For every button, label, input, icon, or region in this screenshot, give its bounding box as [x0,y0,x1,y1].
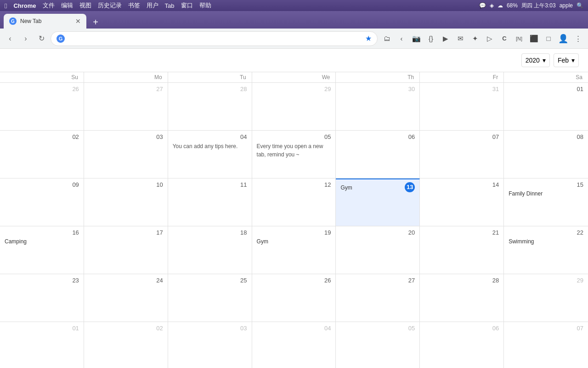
cell-date-1-6: 08 [509,133,583,140]
calendar-week-3: 16Camping171819Gym202122Swimming [0,226,588,274]
calendar-cell-1-1[interactable]: 03 [84,131,168,178]
extension-icon-white[interactable]: □ [542,32,555,45]
year-dropdown-icon: ▾ [543,57,546,64]
day-header-su: Su [0,72,84,82]
calendar-cell-4-5[interactable]: 28 [420,274,504,322]
cell-date-3-2: 18 [173,229,247,236]
extension-icon-10[interactable]: ⬛ [527,32,540,45]
calendar-cell-5-2[interactable]: 03 [168,322,252,368]
dropbox-icon: ◈ [490,2,494,9]
history-menu-item[interactable]: 历史记录 [98,1,122,10]
calendar-cell-1-6[interactable]: 08 [504,131,588,178]
calendar-cell-1-5[interactable]: 07 [420,131,504,178]
calendar-cell-5-6[interactable]: 07 [504,322,588,368]
extension-icon-8[interactable]: ▷ [483,32,496,45]
forward-button[interactable]: › [19,32,32,45]
calendar-cell-1-0[interactable]: 02 [0,131,84,178]
calendar-cell-5-4[interactable]: 05 [336,322,420,368]
address-bar[interactable]: G ★ [51,31,378,46]
cell-date-3-5: 21 [424,229,499,236]
calendar-cell-3-0[interactable]: 16Camping [0,226,84,274]
user-menu-item[interactable]: 用户 [147,1,158,10]
cell-date-0-6: 01 [509,86,583,92]
calendar-cell-0-2[interactable]: 28 [168,83,252,130]
calendar-cell-4-2[interactable]: 25 [168,274,252,322]
active-tab[interactable]: G New Tab ✕ [4,14,86,29]
calendar-cell-2-2[interactable]: 11 [168,178,252,226]
calendar-cell-0-6[interactable]: 01 [504,83,588,130]
calendar-cell-2-3[interactable]: 12 [252,178,336,226]
calendar-cell-2-6[interactable]: 15Family Dinner [504,178,588,226]
calendar-cell-5-3[interactable]: 04 [252,322,336,368]
extension-icon-1[interactable]: 🗂 [380,32,393,45]
tab-menu-item[interactable]: Tab [165,2,175,9]
view-menu-item[interactable]: 视图 [79,1,91,10]
file-menu-item[interactable]: 文件 [43,1,55,10]
calendar-cell-3-3[interactable]: 19Gym [252,226,336,274]
search-icon[interactable]: 🔍 [577,2,583,9]
calendar-cell-1-2[interactable]: 04You can add any tips here. [168,131,252,178]
extension-icon-7[interactable]: ✦ [469,32,481,45]
calendar-cell-1-3[interactable]: 05Every time you open a new tab, remind … [252,131,336,178]
extension-icon-2[interactable]: ‹ [395,32,408,45]
calendar-cell-5-0[interactable]: 01 [0,322,84,368]
chrome-menu-button[interactable]: ⋮ [571,32,584,45]
extension-icon-c[interactable]: C [498,32,511,45]
calendar-cell-0-0[interactable]: 26 [0,83,84,130]
extension-icon-5[interactable]: ▶ [439,32,452,45]
calendar-cell-2-5[interactable]: 14 [420,178,504,226]
bookmark-icon[interactable]: ★ [365,34,372,43]
tab-close-button[interactable]: ✕ [75,17,81,25]
apple-menu[interactable]:  [5,2,7,10]
menubar-left:  Chrome 文件 编辑 视图 历史记录 书签 用户 Tab 窗口 帮助 [5,1,211,10]
help-menu-item[interactable]: 帮助 [199,1,211,10]
event-label[interactable]: Gym [257,238,331,245]
calendar-cell-4-4[interactable]: 27 [336,274,420,322]
event-label[interactable]: Camping [5,238,79,245]
calendar-cell-4-3[interactable]: 26 [252,274,336,322]
calendar-cell-2-0[interactable]: 09 [0,178,84,226]
user-avatar[interactable]: 👤 [557,32,570,45]
edit-menu-item[interactable]: 编辑 [61,1,73,10]
new-tab-button[interactable]: + [89,16,102,29]
extension-icon-6[interactable]: ✉ [454,32,467,45]
calendar-cell-1-4[interactable]: 06 [336,131,420,178]
cell-date-4-5: 28 [424,277,499,284]
calendar-cell-5-5[interactable]: 06 [420,322,504,368]
calendar-cell-4-1[interactable]: 24 [84,274,168,322]
extension-icon-3[interactable]: 📷 [410,32,423,45]
window-menu-item[interactable]: 窗口 [181,1,193,10]
calendar-cell-2-4[interactable]: 13Gym [336,178,420,226]
calendar-cell-4-6[interactable]: 29 [504,274,588,322]
event-label[interactable]: Family Dinner [509,190,583,197]
event-label[interactable]: Swimming [509,238,583,245]
cell-date-3-3: 19 [257,229,331,236]
chrome-menu-item[interactable]: Chrome [13,2,36,9]
calendar-cell-3-5[interactable]: 21 [420,226,504,274]
month-select[interactable]: Feb ▾ [554,53,579,67]
calendar-cell-0-3[interactable]: 29 [252,83,336,130]
month-dropdown-icon: ▾ [571,57,575,64]
back-button[interactable]: ‹ [4,32,17,45]
cell-date-0-1: 27 [89,86,163,92]
calendar-cell-0-1[interactable]: 27 [84,83,168,130]
calendar-cell-2-1[interactable]: 10 [84,178,168,226]
calendar-cell-0-4[interactable]: 30 [336,83,420,130]
calendar-cell-3-6[interactable]: 22Swimming [504,226,588,274]
calendar-cell-4-0[interactable]: 23 [0,274,84,322]
reload-button[interactable]: ↻ [35,32,48,45]
calendar-cell-3-1[interactable]: 17 [84,226,168,274]
calendar-cell-3-4[interactable]: 20 [336,226,420,274]
cell-date-1-1: 03 [89,133,163,140]
day-header-th: Th [336,72,420,82]
calendar-cell-5-1[interactable]: 02 [84,322,168,368]
address-input[interactable] [68,35,362,42]
bookmarks-menu-item[interactable]: 书签 [128,1,140,10]
wechat-icon: 💬 [479,2,486,9]
calendar-cell-3-2[interactable]: 18 [168,226,252,274]
event-label[interactable]: Gym [340,184,415,191]
calendar-cell-0-5[interactable]: 31 [420,83,504,130]
year-select[interactable]: 2020 ▾ [521,53,550,67]
extension-icon-4[interactable]: {} [424,32,437,45]
extension-icon-9[interactable]: [N] [513,32,526,45]
